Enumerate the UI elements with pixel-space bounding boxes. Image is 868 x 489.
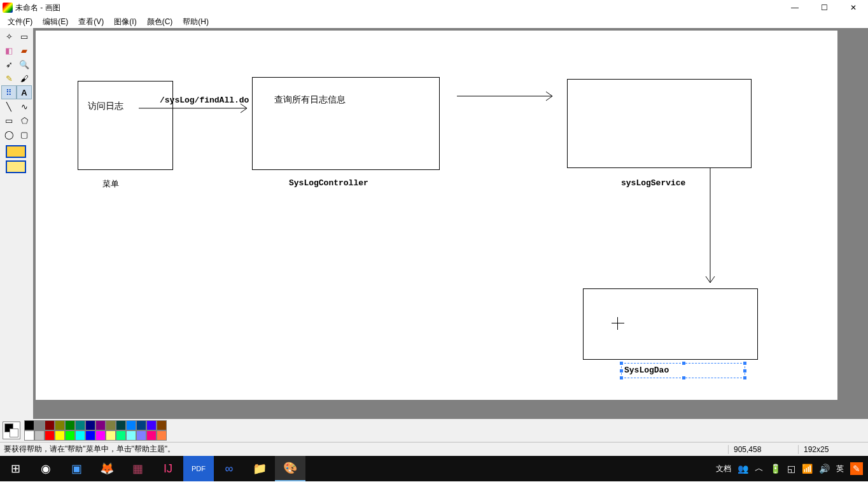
window-title: 未命名 - 画图: [15, 3, 780, 13]
menu-image[interactable]: 图像(I): [109, 15, 141, 29]
tool-line[interactable]: ╲: [1, 99, 17, 113]
color-swatch[interactable]: [95, 430, 106, 441]
tool-polygon[interactable]: ⬠: [17, 113, 32, 127]
tool-fill[interactable]: ▰: [17, 43, 32, 57]
tool-options: [1, 145, 31, 173]
minimize-button[interactable]: —: [780, 0, 809, 15]
menu-file[interactable]: 文件(F): [3, 15, 38, 29]
tray-chevron-up-icon[interactable]: ︿: [755, 463, 764, 474]
tool-roundrect[interactable]: ▢: [17, 127, 32, 141]
color-swatch[interactable]: [116, 420, 126, 430]
drawing-canvas[interactable]: 访问日志 菜单 /sysLog/findAll.do 查询所有日志信息 SysL…: [36, 31, 837, 400]
color-swatch[interactable]: [85, 430, 95, 441]
tool-text[interactable]: A: [17, 85, 32, 99]
network-icon[interactable]: 📶: [802, 464, 813, 474]
diagram-arrow-3: [704, 168, 717, 289]
taskbar-paint[interactable]: 🎨: [275, 456, 305, 481]
color-swatch[interactable]: [34, 430, 45, 441]
tool-eraser[interactable]: ◧: [1, 43, 17, 57]
status-coordinates: 905,458: [728, 445, 798, 454]
people-icon[interactable]: 👥: [738, 464, 748, 474]
taskbar-explorer[interactable]: 📁: [244, 456, 275, 481]
volume-icon[interactable]: 🔊: [819, 464, 830, 474]
tool-ellipse[interactable]: ◯: [1, 127, 17, 141]
window-controls: — ☐ ✕: [780, 0, 868, 15]
tool-pencil[interactable]: ✎: [1, 71, 17, 85]
start-button[interactable]: ⊞: [0, 456, 31, 481]
tool-spray[interactable]: ⠿: [1, 85, 17, 99]
tool-curve[interactable]: ∿: [17, 99, 32, 113]
color-swatch[interactable]: [146, 430, 157, 441]
color-swatch[interactable]: [106, 430, 116, 441]
windows-taskbar: ⊞ ◉ ▣ 🦊 ▦ IJ PDF ∞ 📁 🎨 文档 👥 ︿ 🔋 ◱ 📶 🔊 英 …: [0, 456, 868, 481]
menu-view[interactable]: 查看(V): [73, 15, 109, 29]
workspace: ✧ ▭ ◧ ▰ ➶ 🔍 ✎ 🖌 ⠿ A ╲ ∿ ▭ ⬠ ◯ ▢ 访问日志 菜单: [0, 28, 868, 419]
menu-bar: 文件(F) 编辑(E) 查看(V) 图像(I) 颜色(C) 帮助(H): [0, 15, 868, 28]
color-swatch[interactable]: [24, 420, 34, 430]
toolbox: ✧ ▭ ◧ ▰ ➶ 🔍 ✎ 🖌 ⠿ A ╲ ∿ ▭ ⬠ ◯ ▢: [0, 28, 33, 419]
tool-rect-select[interactable]: ▭: [17, 29, 32, 43]
menu-edit[interactable]: 编辑(E): [38, 15, 73, 29]
text-edit-selection[interactable]: SysLogDao: [621, 363, 745, 378]
taskbar-app-1[interactable]: ◉: [31, 456, 61, 481]
color-swatch[interactable]: [34, 420, 45, 430]
color-swatch[interactable]: [55, 420, 65, 430]
color-swatch[interactable]: [126, 430, 136, 441]
menu-help[interactable]: 帮助(H): [178, 15, 214, 29]
color-swatch[interactable]: [157, 420, 167, 430]
close-button[interactable]: ✕: [839, 0, 868, 15]
color-swatch[interactable]: [136, 430, 146, 441]
wifi-icon[interactable]: ◱: [787, 464, 795, 474]
current-colors[interactable]: [3, 422, 20, 439]
diagram-caption-service: sysLogService: [621, 178, 685, 188]
text-opaque-option[interactable]: [6, 145, 26, 158]
background-color[interactable]: [10, 429, 18, 437]
menu-color[interactable]: 颜色(C): [142, 15, 178, 29]
canvas-container: 访问日志 菜单 /sysLog/findAll.do 查询所有日志信息 SysL…: [33, 28, 868, 419]
color-swatch[interactable]: [95, 420, 106, 430]
color-swatch[interactable]: [55, 430, 65, 441]
color-swatch[interactable]: [75, 420, 85, 430]
color-swatch[interactable]: [65, 420, 75, 430]
maximize-button[interactable]: ☐: [809, 0, 839, 15]
color-swatch[interactable]: [126, 420, 136, 430]
diagram-caption-dao: SysLogDao: [624, 365, 669, 375]
color-swatch[interactable]: [24, 430, 34, 441]
color-swatch[interactable]: [157, 430, 167, 441]
ime-indicator[interactable]: 英: [836, 464, 844, 474]
color-swatch[interactable]: [75, 430, 85, 441]
color-swatch[interactable]: [146, 420, 157, 430]
diagram-text-controller: 查询所有日志信息: [274, 94, 346, 106]
taskbar-firefox[interactable]: 🦊: [92, 456, 122, 481]
status-bar: 要获得帮助，请在"帮助"菜单中，单击"帮助主题"。 905,458 192x25: [0, 442, 868, 456]
color-swatch[interactable]: [116, 430, 126, 441]
title-bar: 未命名 - 画图 — ☐ ✕: [0, 0, 868, 15]
taskbar-intellij[interactable]: IJ: [153, 456, 183, 481]
color-swatch[interactable]: [136, 420, 146, 430]
taskbar-app-7[interactable]: ∞: [214, 456, 244, 481]
color-swatch[interactable]: [45, 420, 55, 430]
battery-icon[interactable]: 🔋: [770, 464, 781, 474]
taskbar-app-4[interactable]: ▦: [122, 456, 153, 481]
tool-zoom[interactable]: 🔍: [17, 57, 32, 71]
color-swatch[interactable]: [45, 430, 55, 441]
color-swatch[interactable]: [106, 420, 116, 430]
diagram-box-menu: [78, 81, 173, 170]
color-swatch[interactable]: [85, 420, 95, 430]
diagram-caption-controller: SysLogController: [289, 178, 368, 188]
app-icon: [3, 3, 13, 13]
tool-brush[interactable]: 🖌: [17, 71, 32, 85]
text-transparent-option[interactable]: [6, 160, 26, 173]
system-tray: 文档 👥 ︿ 🔋 ◱ 📶 🔊 英 ✎: [716, 462, 868, 475]
tray-doc-label[interactable]: 文档: [716, 464, 731, 474]
tool-picker[interactable]: ➶: [1, 57, 17, 71]
cursor-crosshair-icon: [612, 317, 624, 330]
color-swatch[interactable]: [65, 430, 75, 441]
diagram-arrow-2: [457, 90, 559, 103]
diagram-arrow-1-label: /sysLog/findAll.do: [160, 96, 249, 105]
tool-free-select[interactable]: ✧: [1, 29, 17, 43]
taskbar-pdf[interactable]: PDF: [183, 456, 214, 481]
taskbar-app-2[interactable]: ▣: [61, 456, 92, 481]
notification-icon[interactable]: ✎: [850, 462, 863, 475]
tool-rectangle[interactable]: ▭: [1, 113, 17, 127]
